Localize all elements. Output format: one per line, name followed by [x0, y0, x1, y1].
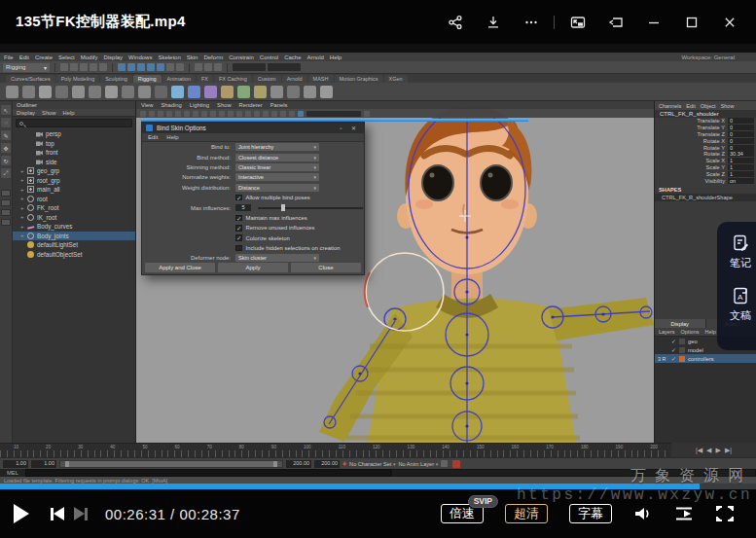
scale-tool-icon: ⤢: [1, 168, 11, 178]
maya-menu-item: Select: [58, 54, 75, 60]
outliner-panel: Outliner DisplayShowHelp persp: [13, 101, 136, 443]
svip-badge: SVIP: [468, 495, 498, 508]
maya-menu-item: Skin: [187, 54, 198, 60]
viewport-menu-item: Panels: [270, 102, 288, 108]
playlist-icon[interactable]: [674, 505, 694, 522]
playback-speed-button[interactable]: 倍速 SVIP: [441, 504, 484, 523]
outliner-item: front: [13, 148, 135, 158]
frame-tick-label: 100: [304, 445, 311, 449]
outliner-menu-item: Show: [42, 110, 56, 116]
video-frame[interactable]: FileEditCreateSelectModifyDisplayWindows…: [0, 44, 756, 484]
channel-box-menu-item: Show: [721, 103, 735, 109]
outliner-item: defaultLightSet: [13, 240, 135, 250]
frame-tick-label: 120: [373, 445, 380, 449]
maya-menu-item: Windows: [128, 54, 152, 60]
channel-list: Translate X 0 Translate Y 0 Translate Z …: [655, 118, 756, 184]
apply-and-close-button: Apply and Close: [145, 263, 215, 272]
dropdown: Classic linear▾: [235, 163, 319, 171]
playback-end-field: 200.00: [286, 460, 311, 468]
shelf-tab: FX: [197, 75, 213, 83]
slider-value-field: 5: [235, 204, 251, 211]
node-type-icon: [27, 196, 34, 202]
layer-row: 3 R ✓ controllers: [655, 354, 756, 363]
viewport-icon: [166, 111, 172, 117]
minimize-icon[interactable]: [634, 6, 672, 39]
maximize-icon[interactable]: [672, 6, 710, 39]
shelf-tab: Sculpting: [100, 75, 132, 83]
dialog-check-rows: Maintain max influences Remove unused in…: [142, 213, 364, 254]
fullscreen-icon[interactable]: [715, 505, 735, 522]
more-options-icon[interactable]: [512, 6, 550, 39]
undo-icon: [90, 63, 97, 71]
outliner-item: IK_root: [13, 213, 135, 223]
selection-field: [233, 63, 266, 71]
dialog-titlebar: Bind Skin Options ▫ ✕: [142, 123, 364, 133]
outliner-item: FK_root: [13, 203, 135, 213]
subtitles-button[interactable]: 字幕: [569, 504, 612, 523]
shelf-icon: [204, 86, 217, 98]
channel-box-menu-item: Channels: [659, 103, 681, 109]
dropdown: Joint hierarchy▾: [235, 143, 319, 151]
viewport-icon: [184, 111, 190, 117]
shelf-icon: [287, 86, 300, 98]
outliner-menus: DisplayShowHelp: [13, 109, 135, 117]
dialog-checkbox-row: Include hidden selections on creation: [142, 243, 364, 253]
viewport-icon: [271, 111, 277, 117]
bind-skin-options-dialog: Bind Skin Options ▫ ✕ EditHelp Bind to: …: [141, 122, 365, 275]
construction-icon: [176, 63, 184, 71]
character-set-dropdown: No Character Set ▾: [349, 461, 395, 467]
frame-tick-label: 10: [14, 445, 18, 449]
play-forward-icon: ▶: [716, 447, 721, 454]
maya-menu-item: Skeleton: [158, 54, 180, 60]
snap-point-icon: [137, 63, 145, 71]
titlebar-divider: [554, 16, 555, 29]
viewport-menus: ViewShadingLightingShowRendererPanels: [136, 101, 654, 109]
layout-single-icon: [1, 190, 11, 197]
notes-button[interactable]: 笔记: [730, 233, 751, 270]
quality-button[interactable]: 超清: [505, 504, 548, 523]
download-icon[interactable]: [474, 6, 512, 39]
close-icon[interactable]: [710, 6, 748, 39]
frame-tick-label: 160: [512, 445, 520, 449]
outliner-item: geo_grp: [13, 166, 135, 176]
mini-window-icon[interactable]: [596, 6, 634, 39]
layer-editor-tab: Display: [655, 319, 706, 328]
shelf-icon: [89, 86, 101, 98]
time-display: 00:26:31 / 00:28:37: [105, 506, 240, 522]
outliner-item: root_grp: [13, 176, 135, 186]
dialog-checkbox-row: Maintain max influences: [142, 213, 364, 223]
viewport-menu-item: Renderer: [239, 102, 263, 108]
dialog-menu-item: Edit: [148, 134, 158, 140]
dialog-select-row: Bind method: Closest distance▾: [142, 152, 364, 161]
shelf-tab: Custom: [253, 75, 281, 83]
node-type-icon: [27, 224, 35, 230]
next-episode-button[interactable]: [74, 507, 88, 520]
maya-menu-item: Constrain: [229, 54, 254, 60]
set-key-icon: ♦: [342, 459, 346, 468]
viewport-icon: [254, 111, 260, 117]
play-button[interactable]: [14, 504, 29, 523]
dialog-check-rows-top: Allow multiple bind poses: [142, 193, 364, 202]
open-scene-icon: [70, 63, 78, 71]
video-title: 135节FK控制器装配.mp4: [16, 13, 186, 31]
shelf-icon: [55, 86, 68, 98]
picture-in-picture-icon[interactable]: [558, 6, 596, 39]
viewport-menu-item: Lighting: [190, 102, 209, 108]
volume-icon[interactable]: [633, 505, 653, 522]
channel-row: Translate Z 0: [655, 131, 756, 138]
slider-handle: [281, 204, 285, 211]
frame-tick-label: 70: [207, 445, 212, 449]
viewport-icon: [219, 111, 225, 117]
layer-editor-menu-item: Help: [704, 329, 715, 335]
transcript-button[interactable]: A 文稿: [730, 286, 751, 323]
outliner-tree: persp top front: [13, 129, 135, 259]
viewport-icon: [175, 111, 181, 117]
previous-episode-button[interactable]: [51, 507, 64, 520]
node-type-icon: [27, 186, 34, 193]
channel-box-menus: ChannelsEditObjectShow: [655, 101, 756, 110]
dialog-menubar: EditHelp: [142, 133, 364, 142]
viewport-icon: [201, 111, 207, 117]
maya-menubar: FileEditCreateSelectModifyDisplayWindows…: [0, 53, 756, 61]
share-icon[interactable]: [436, 6, 474, 39]
close-button: Close: [291, 263, 361, 272]
